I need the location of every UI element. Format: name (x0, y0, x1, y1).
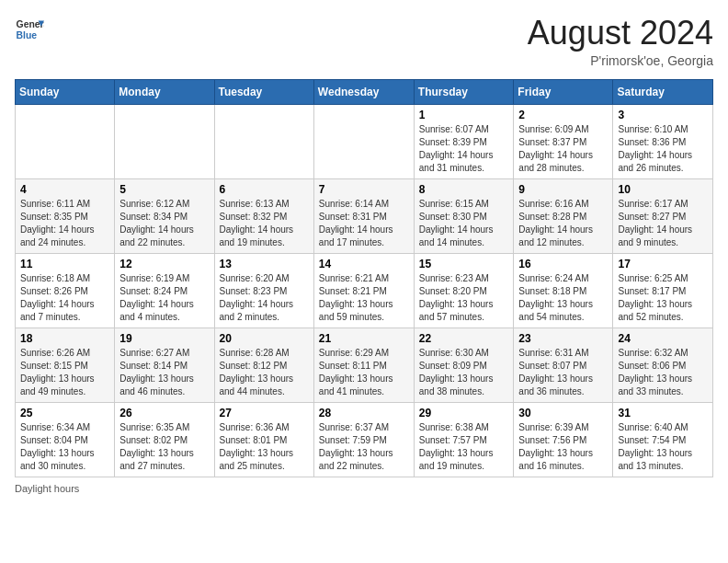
calendar-cell (214, 104, 313, 178)
day-info: Sunrise: 6:35 AMSunset: 8:02 PMDaylight:… (119, 421, 209, 473)
day-info: Sunrise: 6:19 AMSunset: 8:24 PMDaylight:… (119, 272, 209, 324)
day-number: 10 (618, 183, 708, 196)
day-number: 7 (319, 183, 409, 196)
day-info: Sunrise: 6:24 AMSunset: 8:18 PMDaylight:… (518, 272, 608, 324)
day-info: Sunrise: 6:13 AMSunset: 8:32 PMDaylight:… (220, 198, 309, 249)
calendar-cell: 31Sunrise: 6:40 AMSunset: 7:54 PMDayligh… (613, 402, 713, 477)
column-header-sunday: Sunday (16, 79, 115, 104)
calendar-cell: 19Sunrise: 6:27 AMSunset: 8:14 PMDayligh… (115, 327, 214, 402)
day-info: Sunrise: 6:40 AMSunset: 7:54 PMDaylight:… (618, 421, 708, 473)
calendar-cell: 24Sunrise: 6:32 AMSunset: 8:06 PMDayligh… (613, 327, 713, 402)
day-number: 8 (419, 183, 509, 196)
calendar-cell: 22Sunrise: 6:30 AMSunset: 8:09 PMDayligh… (414, 327, 514, 402)
day-info: Sunrise: 6:12 AMSunset: 8:34 PMDaylight:… (119, 198, 209, 249)
day-number: 14 (319, 258, 409, 270)
calendar-cell: 26Sunrise: 6:35 AMSunset: 8:02 PMDayligh… (115, 402, 214, 477)
day-info: Sunrise: 6:30 AMSunset: 8:09 PMDaylight:… (419, 347, 509, 398)
day-info: Sunrise: 6:16 AMSunset: 8:28 PMDaylight:… (518, 198, 608, 249)
logo: General Blue (15, 15, 44, 44)
day-number: 4 (20, 183, 109, 196)
column-header-monday: Monday (115, 79, 214, 104)
day-number: 30 (518, 407, 608, 419)
calendar-table: SundayMondayTuesdayWednesdayThursdayFrid… (15, 79, 713, 477)
day-info: Sunrise: 6:18 AMSunset: 8:26 PMDaylight:… (20, 272, 109, 324)
day-info: Sunrise: 6:29 AMSunset: 8:11 PMDaylight:… (319, 347, 409, 398)
day-info: Sunrise: 6:20 AMSunset: 8:23 PMDaylight:… (220, 272, 309, 324)
day-number: 17 (618, 258, 708, 270)
day-number: 19 (119, 332, 209, 345)
day-number: 2 (518, 109, 608, 121)
day-info: Sunrise: 6:31 AMSunset: 8:07 PMDaylight:… (518, 347, 608, 398)
day-info: Sunrise: 6:15 AMSunset: 8:30 PMDaylight:… (419, 198, 509, 249)
day-number: 28 (319, 407, 409, 419)
calendar-cell: 3Sunrise: 6:10 AMSunset: 8:36 PMDaylight… (613, 104, 713, 178)
page-header: General Blue August 2024 P'rimorsk'oe, G… (15, 15, 713, 68)
page-title: August 2024 (528, 15, 713, 52)
calendar-body: 1Sunrise: 6:07 AMSunset: 8:39 PMDaylight… (16, 104, 713, 477)
calendar-cell: 27Sunrise: 6:36 AMSunset: 8:01 PMDayligh… (214, 402, 313, 477)
day-info: Sunrise: 6:39 AMSunset: 7:56 PMDaylight:… (518, 421, 608, 473)
calendar-week-4: 18Sunrise: 6:26 AMSunset: 8:15 PMDayligh… (16, 327, 713, 402)
calendar-week-5: 25Sunrise: 6:34 AMSunset: 8:04 PMDayligh… (16, 402, 713, 477)
column-header-tuesday: Tuesday (214, 79, 313, 104)
calendar-cell: 21Sunrise: 6:29 AMSunset: 8:11 PMDayligh… (313, 327, 414, 402)
day-info: Sunrise: 6:34 AMSunset: 8:04 PMDaylight:… (20, 421, 109, 473)
calendar-cell: 12Sunrise: 6:19 AMSunset: 8:24 PMDayligh… (115, 253, 214, 327)
calendar-cell: 20Sunrise: 6:28 AMSunset: 8:12 PMDayligh… (214, 327, 313, 402)
day-info: Sunrise: 6:11 AMSunset: 8:35 PMDaylight:… (20, 198, 109, 249)
calendar-cell: 5Sunrise: 6:12 AMSunset: 8:34 PMDaylight… (115, 178, 214, 253)
calendar-header: SundayMondayTuesdayWednesdayThursdayFrid… (16, 79, 713, 104)
calendar-cell: 9Sunrise: 6:16 AMSunset: 8:28 PMDaylight… (514, 178, 613, 253)
calendar-cell: 1Sunrise: 6:07 AMSunset: 8:39 PMDaylight… (414, 104, 514, 178)
calendar-cell: 10Sunrise: 6:17 AMSunset: 8:27 PMDayligh… (613, 178, 713, 253)
day-number: 3 (618, 109, 708, 121)
day-number: 16 (518, 258, 608, 270)
day-info: Sunrise: 6:36 AMSunset: 8:01 PMDaylight:… (220, 421, 309, 473)
column-header-wednesday: Wednesday (313, 79, 414, 104)
day-number: 23 (518, 332, 608, 345)
calendar-cell: 11Sunrise: 6:18 AMSunset: 8:26 PMDayligh… (16, 253, 115, 327)
calendar-cell (313, 104, 414, 178)
day-number: 26 (119, 407, 209, 419)
day-info: Sunrise: 6:23 AMSunset: 8:20 PMDaylight:… (419, 272, 509, 324)
title-block: August 2024 P'rimorsk'oe, Georgia (528, 15, 713, 68)
calendar-cell: 2Sunrise: 6:09 AMSunset: 8:37 PMDaylight… (514, 104, 613, 178)
day-info: Sunrise: 6:09 AMSunset: 8:37 PMDaylight:… (518, 123, 608, 175)
day-info: Sunrise: 6:14 AMSunset: 8:31 PMDaylight:… (319, 198, 409, 249)
day-number: 29 (419, 407, 509, 419)
day-info: Sunrise: 6:38 AMSunset: 7:57 PMDaylight:… (419, 421, 509, 473)
column-header-saturday: Saturday (613, 79, 713, 104)
day-info: Sunrise: 6:37 AMSunset: 7:59 PMDaylight:… (319, 421, 409, 473)
column-header-thursday: Thursday (414, 79, 514, 104)
calendar-cell: 16Sunrise: 6:24 AMSunset: 8:18 PMDayligh… (514, 253, 613, 327)
day-info: Sunrise: 6:32 AMSunset: 8:06 PMDaylight:… (618, 347, 708, 398)
calendar-cell: 30Sunrise: 6:39 AMSunset: 7:56 PMDayligh… (514, 402, 613, 477)
calendar-cell: 15Sunrise: 6:23 AMSunset: 8:20 PMDayligh… (414, 253, 514, 327)
day-number: 20 (220, 332, 309, 345)
day-info: Sunrise: 6:28 AMSunset: 8:12 PMDaylight:… (220, 347, 309, 398)
day-number: 24 (618, 332, 708, 345)
day-info: Sunrise: 6:10 AMSunset: 8:36 PMDaylight:… (618, 123, 708, 175)
day-number: 1 (419, 109, 509, 121)
calendar-cell: 28Sunrise: 6:37 AMSunset: 7:59 PMDayligh… (313, 402, 414, 477)
day-number: 25 (20, 407, 109, 419)
calendar-week-3: 11Sunrise: 6:18 AMSunset: 8:26 PMDayligh… (16, 253, 713, 327)
calendar-cell: 8Sunrise: 6:15 AMSunset: 8:30 PMDaylight… (414, 178, 514, 253)
calendar-cell: 23Sunrise: 6:31 AMSunset: 8:07 PMDayligh… (514, 327, 613, 402)
day-number: 31 (618, 407, 708, 419)
calendar-cell: 14Sunrise: 6:21 AMSunset: 8:21 PMDayligh… (313, 253, 414, 327)
page-subtitle: P'rimorsk'oe, Georgia (528, 53, 713, 68)
svg-text:Blue: Blue (17, 30, 38, 40)
day-number: 12 (119, 258, 209, 270)
calendar-week-1: 1Sunrise: 6:07 AMSunset: 8:39 PMDaylight… (16, 104, 713, 178)
calendar-cell (115, 104, 214, 178)
day-info: Sunrise: 6:25 AMSunset: 8:17 PMDaylight:… (618, 272, 708, 324)
day-number: 27 (220, 407, 309, 419)
calendar-cell: 18Sunrise: 6:26 AMSunset: 8:15 PMDayligh… (16, 327, 115, 402)
calendar-cell: 6Sunrise: 6:13 AMSunset: 8:32 PMDaylight… (214, 178, 313, 253)
calendar-cell (16, 104, 115, 178)
day-info: Sunrise: 6:07 AMSunset: 8:39 PMDaylight:… (419, 123, 509, 175)
day-info: Sunrise: 6:26 AMSunset: 8:15 PMDaylight:… (20, 347, 109, 398)
calendar-cell: 4Sunrise: 6:11 AMSunset: 8:35 PMDaylight… (16, 178, 115, 253)
calendar-cell: 7Sunrise: 6:14 AMSunset: 8:31 PMDaylight… (313, 178, 414, 253)
